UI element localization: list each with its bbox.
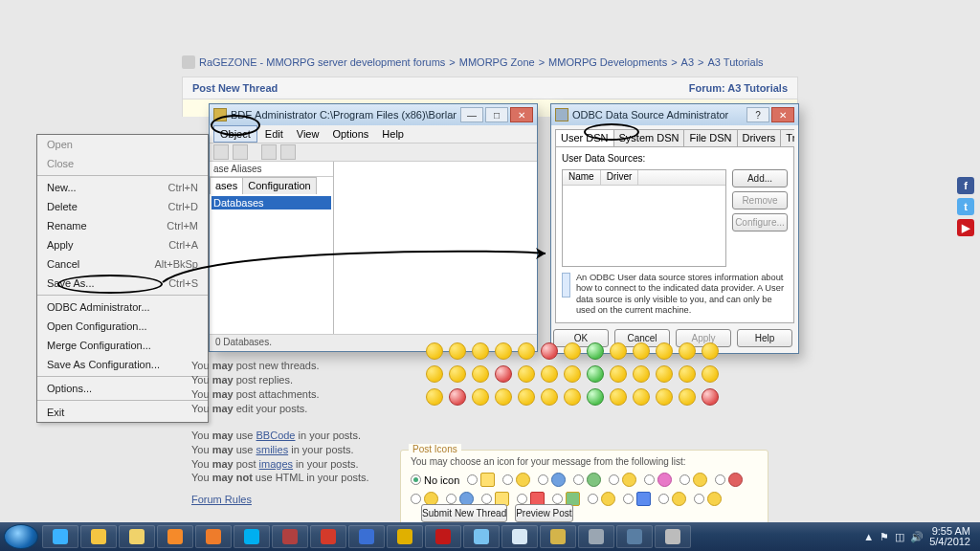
post-icon-option[interactable] <box>644 473 672 487</box>
taskbar-app-bde[interactable] <box>540 525 576 548</box>
post-icon-option[interactable] <box>623 492 651 506</box>
smiley-icon[interactable] <box>610 365 627 383</box>
bde-titlebar[interactable]: BDE Administrator C:\Program Files (x86)… <box>210 104 537 125</box>
smiley-icon[interactable] <box>610 342 627 360</box>
post-icon-option[interactable] <box>502 473 530 487</box>
taskbar-app-wmp[interactable] <box>157 525 193 548</box>
radio[interactable] <box>658 494 669 504</box>
minimize-button[interactable]: — <box>460 107 483 122</box>
remove-button[interactable]: Remove <box>732 191 788 209</box>
radio[interactable] <box>552 494 563 504</box>
toolbar-btn[interactable] <box>261 144 277 160</box>
smiley-icon[interactable] <box>541 342 558 360</box>
radio[interactable] <box>411 494 421 504</box>
tab-user-dsn[interactable]: User DSN <box>555 129 614 146</box>
smiley-icon[interactable] <box>518 388 535 406</box>
menu-item-close[interactable]: Close <box>37 154 208 173</box>
youtube-icon[interactable]: ▶ <box>957 219 974 236</box>
smiley-icon[interactable] <box>702 365 719 383</box>
maximize-button[interactable]: □ <box>485 107 508 122</box>
configure-button[interactable]: Configure... <box>732 213 788 231</box>
tray-flag-icon[interactable]: ⚑ <box>880 531 889 543</box>
smiley-icon[interactable] <box>702 342 719 360</box>
tab-drivers[interactable]: Drivers <box>737 129 782 146</box>
post-icon-option[interactable] <box>538 473 566 487</box>
start-button[interactable] <box>4 524 38 549</box>
smiley-icon[interactable] <box>633 365 650 383</box>
radio[interactable] <box>481 494 492 504</box>
tray-volume-icon[interactable]: 🔊 <box>910 531 924 543</box>
post-icon-option[interactable] <box>679 473 707 487</box>
toolbar-btn[interactable] <box>280 144 296 160</box>
smiley-icon[interactable] <box>495 365 512 383</box>
taskbar-app-app5[interactable] <box>425 525 461 548</box>
smiley-icon[interactable] <box>656 342 673 360</box>
smiley-icon[interactable] <box>564 342 581 360</box>
tab-file-dsn[interactable]: File DSN <box>683 129 737 146</box>
smiley-icon[interactable] <box>679 365 696 383</box>
add-button[interactable]: Add... <box>732 169 788 187</box>
smiley-icon[interactable] <box>518 365 535 383</box>
menu-item-merge-configuration[interactable]: Merge Configuration... <box>37 336 208 355</box>
smiley-icon[interactable] <box>702 388 719 406</box>
smiley-icon[interactable] <box>518 342 535 360</box>
radio[interactable] <box>715 474 725 485</box>
menu-item-options[interactable]: Options... <box>37 379 208 398</box>
tree-root[interactable]: Databases <box>212 196 331 209</box>
taskbar-app-app3[interactable] <box>348 525 385 548</box>
smiley-icon[interactable] <box>656 365 673 383</box>
smiley-icon[interactable] <box>426 388 443 406</box>
taskbar-app-app8[interactable] <box>616 525 653 548</box>
menu-help[interactable]: Help <box>376 126 410 142</box>
twitter-icon[interactable]: t <box>957 198 974 215</box>
smiley-icon[interactable] <box>541 365 558 383</box>
home-icon[interactable] <box>182 55 195 69</box>
menu-object[interactable]: Object <box>213 125 257 143</box>
bde-tab-configuration[interactable]: Configuration <box>242 177 316 194</box>
menu-item-cancel[interactable]: CancelAlt+BkSp <box>37 254 208 274</box>
help-button[interactable]: Help <box>737 329 792 347</box>
smiley-icon[interactable] <box>679 388 696 406</box>
toolbar-btn[interactable] <box>233 144 248 160</box>
taskbar-app-notepad[interactable] <box>501 525 538 548</box>
menu-item-new[interactable]: New...Ctrl+N <box>37 178 208 197</box>
post-icon-option[interactable] <box>694 492 722 506</box>
radio[interactable] <box>679 474 690 485</box>
menu-edit[interactable]: Edit <box>259 126 289 142</box>
menu-item-open[interactable]: Open <box>37 135 208 154</box>
radio[interactable] <box>644 474 655 485</box>
menu-item-save-as[interactable]: Save As...Ctrl+S <box>37 274 208 293</box>
radio[interactable] <box>623 494 634 504</box>
taskbar-app-vlc[interactable] <box>195 525 232 548</box>
smiley-icon[interactable] <box>426 342 443 360</box>
breadcrumb-item[interactable]: A3 <box>681 56 694 68</box>
facebook-icon[interactable]: f <box>957 177 974 194</box>
smiley-icon[interactable] <box>587 388 604 406</box>
post-icon-option[interactable] <box>573 473 601 487</box>
smiley-icon[interactable] <box>633 388 650 406</box>
radio[interactable] <box>411 474 421 485</box>
smiley-icon[interactable] <box>426 365 443 383</box>
smiley-icon[interactable] <box>472 365 489 383</box>
smiley-icon[interactable] <box>633 342 650 360</box>
breadcrumb-item[interactable]: RaGEZONE - MMORPG server development for… <box>199 56 445 68</box>
radio[interactable] <box>538 474 548 485</box>
menu-item-open-configuration[interactable]: Open Configuration... <box>37 317 208 336</box>
radio[interactable] <box>609 474 619 485</box>
smiley-icon[interactable] <box>495 342 512 360</box>
smiley-icon[interactable] <box>449 365 466 383</box>
smiley-icon[interactable] <box>587 342 604 360</box>
smiley-icon[interactable] <box>541 388 558 406</box>
post-new-thread[interactable]: Post New Thread <box>192 82 278 94</box>
clock[interactable]: 9:55 AM 5/4/2012 <box>929 526 970 547</box>
menu-item-delete[interactable]: DeleteCtrl+D <box>37 197 208 216</box>
smiley-icon[interactable] <box>495 388 512 406</box>
taskbar-app-chrome[interactable] <box>80 525 117 548</box>
menu-item-apply[interactable]: ApplyCtrl+A <box>37 235 208 254</box>
smiley-icon[interactable] <box>449 388 466 406</box>
col-driver[interactable]: Driver <box>601 170 639 185</box>
taskbar-app-explorer[interactable] <box>119 525 155 548</box>
breadcrumb-item[interactable]: MMORPG Developments <box>548 56 667 68</box>
taskbar-app-skype[interactable] <box>234 525 270 548</box>
system-tray[interactable]: ▲ ⚑ ◫ 🔊 9:55 AM 5/4/2012 <box>863 526 976 547</box>
